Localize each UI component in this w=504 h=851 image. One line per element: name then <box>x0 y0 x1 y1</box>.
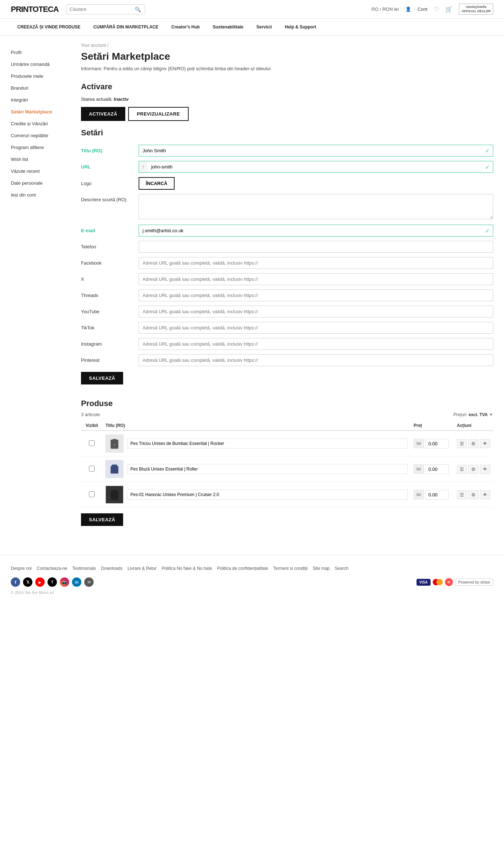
logo-input-wrap: ÎNCARCĂ <box>139 177 493 190</box>
sidebar-item-setari[interactable]: Setări Marketplace <box>11 106 67 118</box>
stripe-badge: Powered by stripe <box>455 578 493 586</box>
telefon-input-wrap <box>139 241 493 253</box>
sidebar-item-vazute[interactable]: Văzute recent <box>11 165 67 177</box>
logo-upload-button[interactable]: ÎNCARCĂ <box>139 177 175 190</box>
footer-link-search[interactable]: Search <box>335 566 348 571</box>
pinterest-input[interactable] <box>139 354 493 366</box>
footer-link-livrare[interactable]: Livrare & Retur <box>127 566 157 571</box>
instagram-social-icon[interactable]: 📷 <box>60 577 69 587</box>
product-1-checkbox[interactable] <box>89 440 95 446</box>
sidebar-item-date[interactable]: Date personale <box>11 177 67 189</box>
search-input[interactable] <box>70 6 135 12</box>
product-1-view-icon[interactable]: 👁 <box>480 439 490 448</box>
sidebar-item-credite[interactable]: Credite și Vânzări <box>11 118 67 130</box>
account-link[interactable]: Cont <box>418 6 427 12</box>
footer-link-contact[interactable]: Contacteaza-ne <box>37 566 67 571</box>
logo[interactable]: PRiNTOTECA <box>11 5 59 14</box>
x-social-icon[interactable]: 𝕏 <box>23 577 32 587</box>
youtube-input[interactable] <box>139 306 493 318</box>
titlu-row: Titlu (RO) ✓ <box>81 145 493 157</box>
sidebar-item-iesi[interactable]: Ieși din cont <box>11 189 67 201</box>
product-3-currency: lei <box>414 490 424 499</box>
product-3-checkbox[interactable] <box>89 491 95 497</box>
product-2-view-icon[interactable]: 👁 <box>480 465 490 474</box>
linkedin-social-icon[interactable]: in <box>72 577 81 587</box>
product-3-list-icon[interactable]: ☰ <box>457 490 467 499</box>
status-line: Starea actuală: Inactiv <box>81 96 493 102</box>
footer-link-sitemap[interactable]: Site map <box>312 566 329 571</box>
nav-item-creator[interactable]: Creator's Hub <box>165 19 206 35</box>
sidebar-item-branduri[interactable]: Branduri <box>11 82 67 94</box>
product-3-settings-icon[interactable]: ⚙ <box>468 490 478 499</box>
descriere-row: Descriere scurtă (RO) <box>81 194 493 220</box>
sidebar-item-comenzi[interactable]: Comenzi neplătite <box>11 130 67 141</box>
nav-item-sustainability[interactable]: Sustenabilitate <box>206 19 250 35</box>
product-1-price-input[interactable] <box>425 439 449 449</box>
url-input[interactable] <box>148 161 493 173</box>
language-selector[interactable]: RO / RON lei <box>372 6 399 12</box>
x-input[interactable] <box>139 273 493 285</box>
wishlist-icon[interactable]: ♡ <box>434 6 439 13</box>
cart-icon[interactable]: 🛒 <box>445 6 453 13</box>
payment-icons: VISA M Powered by stripe <box>417 578 493 586</box>
nav-item-services[interactable]: Servicii <box>250 19 278 35</box>
price-toggle[interactable]: Prețuri: excl. TVA ▼ <box>454 412 493 417</box>
product-1-settings-icon[interactable]: ⚙ <box>468 439 478 448</box>
sidebar-item-urmarire[interactable]: Urmărire comandă <box>11 58 67 70</box>
footer-link-termeni[interactable]: Termeni si condiții <box>273 566 307 571</box>
nav-item-marketplace[interactable]: CUMPĂRĂ DIN MARKETPLACE <box>87 19 165 35</box>
telefon-input[interactable] <box>139 241 493 253</box>
table-row: lei ☰ ⚙ 👁 <box>81 482 493 508</box>
footer-link-despre[interactable]: Despre noi <box>11 566 32 571</box>
facebook-input[interactable] <box>139 257 493 269</box>
sidebar-item-afiliere[interactable]: Program afiliere <box>11 141 67 153</box>
product-2-price-input[interactable] <box>425 464 449 474</box>
instagram-input[interactable] <box>139 338 493 350</box>
threads-row: Threads <box>81 289 493 301</box>
monzo-icon: M <box>445 578 453 586</box>
email-input[interactable] <box>139 225 493 237</box>
titlu-input[interactable] <box>139 145 493 157</box>
activate-button[interactable]: ACTIVEAZĂ <box>81 107 125 121</box>
product-1-title-input[interactable] <box>127 438 408 449</box>
tiktok-social-icon[interactable]: T <box>48 577 57 587</box>
email-valid-icon: ✓ <box>485 227 490 234</box>
url-prefix: / <box>139 161 148 173</box>
sidebar-item-wishlist[interactable]: Wish list <box>11 153 67 165</box>
product-2-title-input[interactable] <box>127 464 408 474</box>
tiktok-input-wrap <box>139 322 493 334</box>
descriere-input[interactable] <box>139 194 493 219</box>
tiktok-input[interactable] <box>139 322 493 334</box>
url-valid-icon: ✓ <box>485 163 490 170</box>
nav-item-help[interactable]: Help & Support <box>278 19 323 35</box>
produse-title: Produse <box>81 399 493 408</box>
produse-save-button[interactable]: SALVEAZĂ <box>81 513 123 526</box>
email-row: E-mail ✓ <box>81 225 493 237</box>
tiktok-label: TikTok <box>81 325 139 330</box>
footer-link-downloads[interactable]: Downloads <box>101 566 122 571</box>
product-3-price-input[interactable] <box>425 490 449 500</box>
product-2-settings-icon[interactable]: ⚙ <box>468 465 478 474</box>
youtube-social-icon[interactable]: ▶ <box>35 577 45 587</box>
setari-title: Setări <box>81 128 493 138</box>
product-2-list-icon[interactable]: ☰ <box>457 465 467 474</box>
footer-link-nofake[interactable]: Politica No fake & No hate <box>162 566 212 571</box>
sidebar-item-integrari[interactable]: Integrări <box>11 94 67 106</box>
threads-input-wrap <box>139 289 493 301</box>
sidebar-item-profil[interactable]: Profil <box>11 46 67 58</box>
preview-button[interactable]: PREVIZUALIZARE <box>128 107 189 121</box>
footer-link-privacy[interactable]: Politica de confidențialitate <box>217 566 268 571</box>
email-social-icon[interactable]: ✉ <box>84 577 94 587</box>
facebook-social-icon[interactable]: f <box>11 577 20 587</box>
product-2-checkbox[interactable] <box>89 466 95 472</box>
product-3-view-icon[interactable]: 👁 <box>480 490 490 499</box>
sidebar-item-produse[interactable]: Produsele mele <box>11 70 67 82</box>
footer-link-testimonials[interactable]: Testimonials <box>72 566 96 571</box>
nav-item-create[interactable]: CREEAZĂ ȘI VINDE PRODUSE <box>11 19 87 35</box>
account-icon: 👤 <box>405 6 411 12</box>
product-1-image: T <box>105 434 123 452</box>
product-3-title-input[interactable] <box>127 490 408 500</box>
setari-save-button[interactable]: SALVEAZĂ <box>81 372 123 384</box>
product-1-list-icon[interactable]: ☰ <box>457 439 467 448</box>
threads-input[interactable] <box>139 289 493 301</box>
